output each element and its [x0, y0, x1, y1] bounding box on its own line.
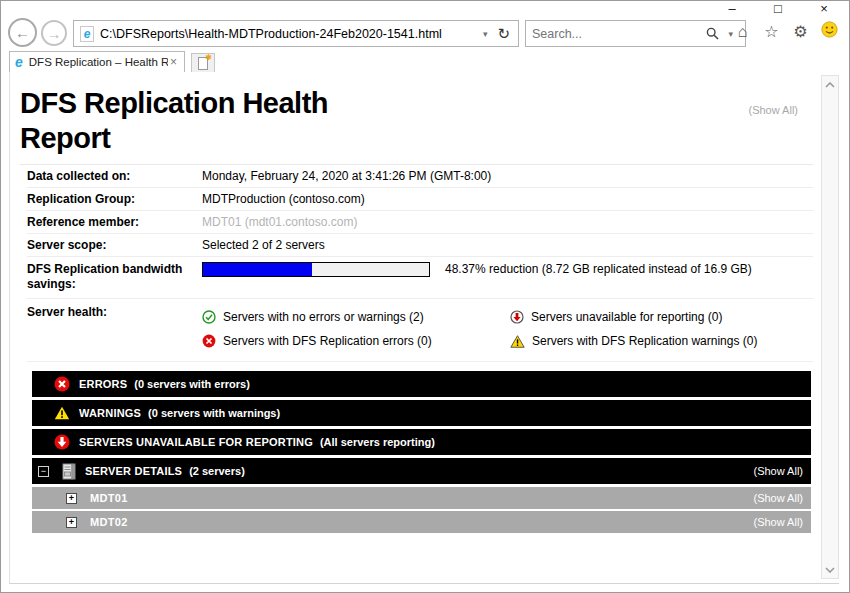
field-row-server-scope: Server scope: Selected 2 of 2 servers: [27, 234, 813, 257]
health-item-ok: Servers with no errors or warnings (2): [202, 310, 510, 324]
field-value: MDTProduction (contoso.com): [202, 192, 365, 207]
browser-window: – □ × ← → e ▾ ↻ ▾ ⌂ ☆ ⚙: [0, 0, 850, 593]
server-row-mdt01[interactable]: + MDT01 (Show All): [32, 487, 811, 509]
feedback-smiley-icon[interactable]: [820, 21, 839, 42]
expand-toggle[interactable]: +: [66, 517, 77, 528]
new-tab-button[interactable]: ✱: [191, 53, 215, 72]
show-all-link[interactable]: (Show All): [753, 492, 811, 504]
show-all-link[interactable]: (Show All): [753, 465, 811, 477]
show-all-link[interactable]: (Show All): [753, 516, 811, 528]
back-arrow-icon: ←: [15, 24, 30, 41]
field-row-bandwidth: DFS Replication bandwidth savings: 48.37…: [27, 257, 813, 299]
warning-icon: [54, 406, 70, 420]
section-bar-warnings[interactable]: WARNINGS (0 servers with warnings): [32, 400, 811, 426]
tab-bar: e DFS Replication – Health Re... × ✱: [1, 51, 849, 72]
health-item-warnings: Servers with DFS Replication warnings (0…: [510, 334, 757, 348]
home-icon[interactable]: ⌂: [733, 23, 752, 41]
server-unavailable-icon: [510, 310, 524, 324]
health-item-unavailable: Servers unavailable for reporting (0): [510, 310, 757, 324]
server-unavailable-icon: [54, 434, 70, 450]
bandwidth-progress-bar: [202, 262, 430, 277]
section-bar-server-details[interactable]: − SERVER DETAILS (2 servers) (Show All): [32, 458, 811, 484]
field-label: Reference member:: [27, 215, 202, 230]
forward-arrow-icon: →: [47, 25, 62, 42]
title-bar: – □ ×: [1, 1, 849, 17]
minimize-button[interactable]: –: [721, 1, 743, 17]
field-value: Selected 2 of 2 servers: [202, 238, 325, 253]
field-label: Server scope:: [27, 238, 202, 253]
search-box[interactable]: ▾: [525, 20, 746, 47]
ie-page-icon: e: [80, 26, 94, 42]
bandwidth-progress-fill: [203, 263, 312, 276]
field-value: MDT01 (mdt01.contoso.com): [202, 215, 357, 230]
settings-gear-icon[interactable]: ⚙: [791, 22, 810, 41]
field-label: Replication Group:: [27, 192, 202, 207]
navigation-bar: ← → e ▾ ↻ ▾ ⌂ ☆ ⚙: [1, 16, 849, 51]
vertical-scrollbar[interactable]: [821, 75, 839, 579]
search-icon[interactable]: [703, 27, 722, 40]
server-icon: [62, 463, 76, 480]
health-item-errors: Servers with DFS Replication errors (0): [202, 334, 510, 348]
field-row-data-collected: Data collected on: Monday, February 24, …: [27, 165, 813, 188]
new-tab-page-icon: ✱: [198, 57, 208, 70]
field-label: DFS Replication bandwidth savings:: [27, 262, 202, 292]
forward-button[interactable]: →: [41, 20, 67, 46]
field-row-reference-member: Reference member: MDT01 (mdt01.contoso.c…: [27, 211, 813, 234]
section-bar-errors[interactable]: ERRORS (0 servers with errors): [32, 371, 811, 397]
maximize-button[interactable]: □: [767, 1, 789, 17]
error-icon: [202, 334, 216, 348]
collapse-toggle[interactable]: −: [38, 466, 49, 477]
server-row-mdt02[interactable]: + MDT02 (Show All): [32, 511, 811, 533]
close-button[interactable]: ×: [813, 1, 835, 17]
scroll-down-icon[interactable]: [822, 561, 838, 578]
show-all-link[interactable]: (Show All): [748, 104, 798, 116]
expand-toggle[interactable]: +: [66, 493, 77, 504]
ok-icon: [202, 310, 216, 324]
section-bar-unavailable[interactable]: SERVERS UNAVAILABLE FOR REPORTING (All s…: [32, 429, 811, 455]
field-row-server-health: Server health: Servers with no errors or…: [27, 299, 813, 362]
address-dropdown-icon[interactable]: ▾: [477, 29, 494, 39]
error-icon: [54, 376, 70, 392]
bandwidth-text: 48.37% reduction (8.72 GB replicated ins…: [445, 262, 752, 277]
scroll-up-icon[interactable]: [822, 76, 838, 93]
url-input[interactable]: [100, 27, 477, 41]
address-bar[interactable]: e ▾ ↻: [73, 20, 519, 47]
field-label: Server health:: [27, 305, 202, 353]
page-viewport: DFS Replication Health Report (Show All)…: [9, 72, 839, 584]
ie-logo-icon: e: [15, 54, 23, 70]
field-label: Data collected on:: [27, 169, 202, 184]
tab-dfs-report[interactable]: e DFS Replication – Health Re... ×: [9, 51, 185, 72]
search-input[interactable]: [532, 27, 703, 41]
field-value: Monday, February 24, 2020 at 3:41:26 PM …: [202, 169, 491, 184]
back-button[interactable]: ←: [8, 18, 37, 47]
refresh-icon[interactable]: ↻: [493, 25, 512, 43]
tab-close-icon[interactable]: ×: [168, 55, 179, 69]
warning-icon: [510, 335, 525, 348]
tab-title: DFS Replication – Health Re...: [29, 56, 168, 68]
field-row-replication-group: Replication Group: MDTProduction (contos…: [27, 188, 813, 211]
page-title: DFS Replication Health Report: [20, 86, 420, 156]
favorites-star-icon[interactable]: ☆: [762, 22, 781, 41]
report-header: DFS Replication Health Report (Show All): [20, 86, 813, 165]
